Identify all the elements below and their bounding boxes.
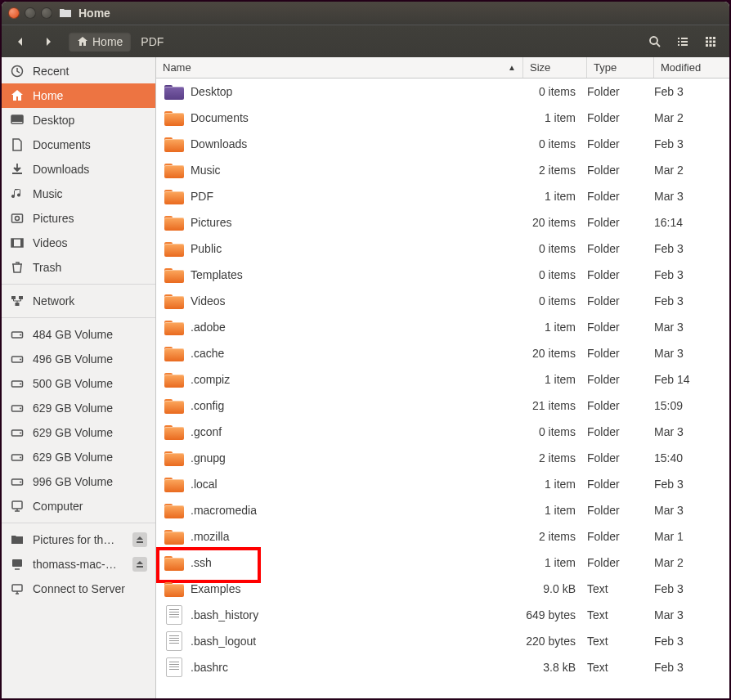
file-type: Folder [582, 190, 649, 203]
sidebar-item-label: 629 GB Volume [33, 426, 147, 439]
folder-icon [164, 581, 184, 597]
file-row[interactable]: .gnupg2 itemsFolder15:40 [156, 445, 729, 471]
file-row[interactable]: Videos0 itemsFolderFeb 3 [156, 288, 729, 314]
svg-rect-3 [681, 38, 688, 39]
search-button[interactable] [643, 30, 667, 53]
sidebar-item-996-gb-volume[interactable]: 996 GB Volume [2, 469, 155, 494]
sidebar-item-recent[interactable]: Recent [2, 59, 155, 83]
forward-button[interactable] [36, 30, 61, 53]
file-row[interactable]: Pictures20 itemsFolder16:14 [156, 209, 729, 236]
column-size[interactable]: Size [523, 57, 587, 78]
file-row[interactable]: Public0 itemsFolderFeb 3 [156, 236, 729, 262]
sidebar-item-label: Music [33, 187, 147, 200]
file-row[interactable]: Templates0 itemsFolderFeb 3 [156, 262, 729, 288]
file-row[interactable]: Desktop0 itemsFolderFeb 3 [156, 79, 729, 105]
drive-icon [10, 352, 25, 366]
sidebar-item-home[interactable]: Home [2, 83, 155, 108]
file-row[interactable]: Documents1 itemFolderMar 2 [156, 105, 729, 131]
file-type: Folder [582, 85, 649, 98]
column-name[interactable]: Name ▲ [156, 57, 523, 78]
sidebar-item-484-gb-volume[interactable]: 484 GB Volume [2, 322, 155, 347]
file-type: Text [582, 661, 649, 674]
file-row[interactable]: .local1 itemFolderFeb 3 [156, 471, 729, 497]
folder-icon [164, 162, 184, 178]
svg-point-41 [20, 482, 21, 483]
file-type: Folder [582, 111, 649, 124]
close-button[interactable] [8, 7, 20, 19]
sidebar-item-trash[interactable]: Trash [2, 255, 155, 280]
file-row[interactable]: Downloads0 itemsFolderFeb 3 [156, 131, 729, 157]
sidebar-item-629-gb-volume[interactable]: 629 GB Volume [2, 420, 155, 445]
eject-button[interactable] [132, 532, 147, 547]
sidebar-item-500-gb-volume[interactable]: 500 GB Volume [2, 371, 155, 396]
sidebar-item-629-gb-volume[interactable]: 629 GB Volume [2, 445, 155, 469]
svg-rect-42 [12, 501, 22, 509]
file-modified: Mar 3 [649, 504, 724, 517]
svg-rect-4 [678, 41, 679, 43]
sidebar-item-pictures-for-th-[interactable]: Pictures for th… [2, 527, 155, 552]
file-size: 20 items [518, 347, 582, 360]
svg-rect-43 [12, 559, 22, 567]
sidebar-item-documents[interactable]: Documents [2, 132, 155, 157]
file-modified: Mar 2 [649, 556, 724, 569]
svg-rect-44 [12, 585, 22, 591]
file-row[interactable]: .bashrc3.8 kBTextFeb 3 [156, 654, 729, 680]
file-row[interactable]: .macromedia1 itemFolderMar 3 [156, 497, 729, 523]
file-list[interactable]: Desktop0 itemsFolderFeb 3Documents1 item… [156, 79, 729, 698]
sidebar-item-label: Connect to Server [33, 582, 147, 595]
file-row[interactable]: Music2 itemsFolderMar 2 [156, 157, 729, 183]
file-row[interactable]: PDF1 itemFolderMar 3 [156, 183, 729, 209]
file-row[interactable]: .compiz1 itemFolderFeb 14 [156, 366, 729, 393]
folder-icon [164, 502, 184, 518]
drive-icon [10, 327, 25, 342]
eject-button[interactable] [132, 557, 147, 572]
sidebar-item-thomass-mac-[interactable]: thomass-mac-… [2, 552, 155, 577]
svg-rect-2 [678, 38, 679, 39]
sidebar-item-pictures[interactable]: Pictures [2, 206, 155, 231]
file-modified: Mar 3 [649, 347, 724, 360]
file-row[interactable]: .cache20 itemsFolderMar 3 [156, 340, 729, 366]
sidebar-item-computer[interactable]: Computer [2, 494, 155, 518]
folder-icon [164, 136, 184, 152]
drive-icon [10, 376, 25, 391]
svg-rect-8 [706, 37, 708, 39]
svg-point-0 [650, 37, 657, 44]
file-row[interactable]: .mozilla2 itemsFolderMar 1 [156, 523, 729, 550]
grid-view-button[interactable] [698, 30, 723, 53]
music-icon [10, 186, 25, 201]
sidebar-item-downloads[interactable]: Downloads [2, 157, 155, 182]
file-row[interactable]: .ssh1 itemFolderMar 2 [156, 550, 729, 576]
folder-icon [164, 110, 184, 126]
sidebar-item-network[interactable]: Network [2, 289, 155, 313]
svg-point-37 [20, 433, 21, 434]
column-modified[interactable]: Modified [654, 57, 729, 78]
file-row[interactable]: .config21 itemsFolder15:09 [156, 393, 729, 419]
svg-line-1 [657, 43, 660, 47]
file-row[interactable]: .adobe1 itemFolderMar 3 [156, 314, 729, 340]
sidebar-item-496-gb-volume[interactable]: 496 GB Volume [2, 347, 155, 371]
sidebar-item-music[interactable]: Music [2, 182, 155, 206]
column-type[interactable]: Type [587, 57, 654, 78]
maximize-button[interactable] [41, 7, 52, 19]
file-row[interactable]: Examples9.0 kBTextFeb 3 [156, 576, 729, 602]
back-button[interactable] [8, 30, 33, 53]
sidebar-item-desktop[interactable]: Desktop [2, 108, 155, 132]
svg-rect-26 [19, 296, 23, 299]
path-segment[interactable]: PDF [132, 32, 172, 52]
list-view-button[interactable] [670, 30, 695, 53]
folder-icon [164, 214, 184, 231]
minimize-button[interactable] [25, 7, 36, 19]
folder-icon [164, 476, 184, 492]
file-type: Folder [582, 425, 649, 438]
file-row[interactable]: .bash_logout220 bytesTextFeb 3 [156, 628, 729, 654]
folder-icon [164, 450, 184, 466]
file-row[interactable]: .gconf0 itemsFolderMar 3 [156, 419, 729, 445]
svg-rect-11 [706, 40, 708, 43]
sidebar-item-connect-to-server[interactable]: Connect to Server [2, 577, 155, 601]
file-row[interactable]: .bash_history649 bytesTextMar 3 [156, 602, 729, 628]
sidebar-item-videos[interactable]: Videos [2, 231, 155, 255]
computer-icon [10, 499, 25, 514]
path-home[interactable]: Home [69, 32, 131, 52]
sidebar-item-629-gb-volume[interactable]: 629 GB Volume [2, 396, 155, 420]
folder-icon [164, 371, 184, 388]
